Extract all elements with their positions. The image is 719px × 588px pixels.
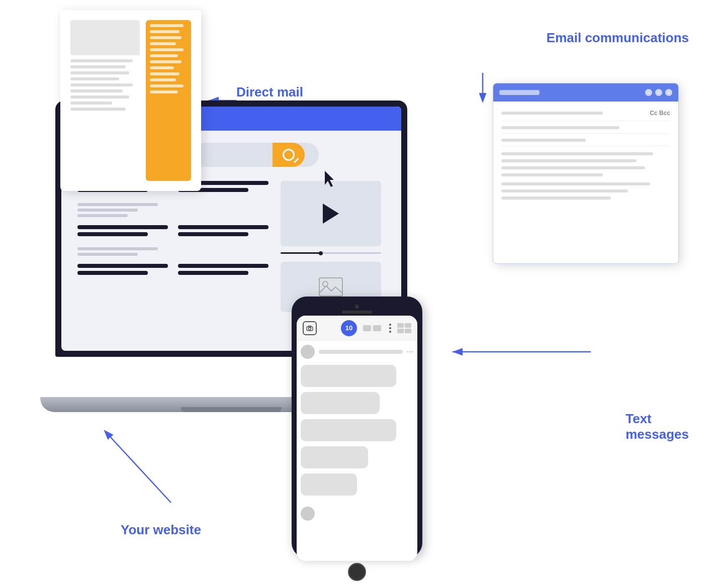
video-progress-bar	[281, 252, 381, 254]
phone-status-icon	[363, 325, 371, 331]
email-window-title	[499, 90, 540, 95]
content-grid	[77, 181, 385, 312]
mail-right-line	[150, 84, 184, 87]
text-line-gray	[77, 214, 128, 217]
text-line-gray	[77, 209, 138, 212]
email-maximize-button[interactable]: ✓	[655, 89, 662, 96]
phone-message-bubble-4	[301, 446, 368, 468]
phone-message-bubble-2	[301, 392, 380, 414]
email-body-paragraph-2	[501, 182, 670, 200]
text-rows-gray	[77, 203, 268, 217]
phone-notification-badge: 10	[341, 320, 357, 336]
email-title-bar: − ✓ ×	[493, 83, 678, 102]
phone-status-icons	[363, 325, 381, 331]
email-communications-label: Email communications	[547, 30, 689, 46]
mail-text-line	[70, 108, 126, 111]
email-window: − ✓ × Cc Bcc	[493, 83, 679, 264]
phone-camera-icon	[303, 321, 317, 335]
mail-text-line	[70, 77, 119, 80]
email-body-line	[501, 152, 653, 155]
text-messages-label: Text messages	[625, 411, 689, 442]
mail-text-line	[70, 83, 133, 86]
mail-image	[70, 20, 140, 55]
phone-messages-list: ···	[297, 341, 417, 505]
phone-contact-more-icon: ···	[407, 347, 413, 356]
text-row-2	[77, 225, 268, 239]
mail-right-line	[150, 90, 178, 93]
search-icon	[283, 149, 295, 161]
email-from-field	[501, 126, 619, 129]
mail-right-line	[150, 78, 176, 81]
col-text-right-3	[178, 264, 268, 278]
mail-left-content	[70, 20, 140, 181]
phone-contact-name	[319, 350, 403, 354]
col-text-left-2	[77, 225, 168, 239]
phone-home-button[interactable]	[348, 563, 366, 581]
phone-speaker	[342, 311, 372, 314]
email-content-area	[501, 152, 670, 200]
email-body-line	[501, 159, 637, 162]
text-line	[178, 225, 268, 229]
direct-mail-label: Direct mail	[236, 84, 303, 100]
email-close-button[interactable]: ×	[665, 89, 672, 96]
email-minimize-button[interactable]: −	[645, 89, 652, 96]
email-subject-field	[501, 139, 586, 142]
phone-avatar	[301, 345, 315, 359]
mail-right-column	[146, 20, 191, 181]
email-to-row: Cc Bcc	[501, 110, 670, 121]
phone-device: 10	[292, 297, 422, 558]
mail-text-line	[70, 59, 133, 62]
text-line-gray	[77, 253, 138, 256]
email-cc-bcc: Cc Bcc	[650, 110, 670, 117]
email-from-row	[501, 126, 670, 134]
your-website-label: Your website	[121, 522, 201, 538]
camera-icon	[306, 325, 313, 331]
mail-text-line	[70, 65, 126, 68]
email-body-line	[501, 182, 650, 185]
direct-mail-document	[60, 10, 201, 191]
mail-right-line	[150, 66, 174, 69]
image-icon	[318, 277, 343, 297]
phone-more-dots	[389, 324, 391, 333]
video-thumbnail	[281, 181, 381, 246]
right-content	[281, 181, 385, 312]
email-subject-row	[501, 139, 670, 146]
phone-grid-icon	[397, 323, 411, 333]
search-button[interactable]	[273, 143, 305, 167]
phone-bottom-avatar	[301, 507, 315, 521]
email-to-field	[501, 112, 603, 115]
text-line	[77, 232, 148, 236]
phone-message-bubble-1	[301, 365, 396, 387]
mail-text-line	[70, 95, 129, 99]
svg-line-5	[111, 437, 171, 503]
text-line	[178, 271, 248, 275]
phone-screen: 10	[297, 316, 417, 561]
text-line	[77, 271, 148, 275]
svg-rect-7	[319, 278, 342, 296]
svg-point-10	[309, 327, 311, 330]
text-line-gray	[77, 247, 158, 250]
email-window-controls: − ✓ ×	[645, 89, 672, 96]
cursor-icon	[323, 170, 337, 188]
email-body-line	[501, 166, 645, 169]
svg-point-8	[323, 281, 328, 286]
mail-right-line	[150, 24, 184, 27]
mail-right-line	[150, 48, 184, 51]
mail-right-line	[150, 36, 182, 39]
mail-text-line	[70, 89, 123, 92]
mail-right-line	[150, 72, 179, 75]
phone-camera-dot	[355, 305, 359, 309]
scene: Search....	[0, 0, 719, 588]
text-row-3	[77, 264, 268, 278]
phone-message-bubble-5	[301, 473, 357, 496]
col-text-right-2	[178, 225, 268, 239]
video-progress-dot	[319, 251, 323, 255]
mail-right-line	[150, 60, 182, 63]
left-content	[77, 181, 268, 312]
email-body-line	[501, 173, 603, 176]
text-line	[77, 225, 168, 229]
phone-contact-row: ···	[301, 345, 413, 359]
email-body: Cc Bcc	[493, 102, 678, 212]
mail-right-line	[150, 42, 176, 45]
text-line-gray	[77, 203, 158, 206]
